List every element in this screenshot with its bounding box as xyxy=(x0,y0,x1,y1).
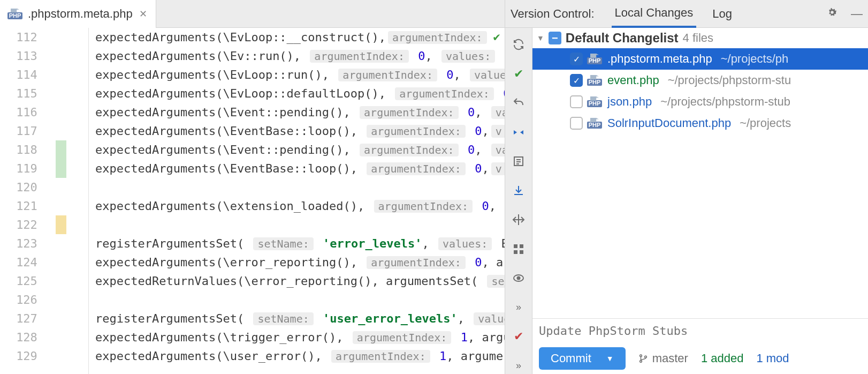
svg-point-7 xyxy=(639,355,642,357)
line-number: 117 xyxy=(0,122,54,140)
tab-log[interactable]: Log xyxy=(709,0,735,28)
line-number: 116 xyxy=(0,103,54,122)
line-number: 112 xyxy=(0,28,54,47)
svg-rect-1 xyxy=(514,244,517,248)
line-number: 126 xyxy=(0,290,54,309)
change-marker xyxy=(56,159,66,178)
file-name: event.php xyxy=(606,73,659,87)
partial-checkbox-icon[interactable]: − xyxy=(549,32,561,44)
change-marker xyxy=(56,215,66,234)
revert-icon[interactable] xyxy=(510,95,527,111)
code-area[interactable]: ✔ ✔ expectedArguments(\EvLoop::__constru… xyxy=(89,28,505,374)
close-tab-icon[interactable]: ✕ xyxy=(138,8,148,20)
chevron-down-icon[interactable]: ▼ xyxy=(606,354,614,363)
line-number: 113 xyxy=(0,47,54,65)
branch-indicator[interactable]: master xyxy=(638,351,688,365)
move-icon[interactable] xyxy=(510,212,527,228)
php-file-icon: PHP xyxy=(587,96,602,107)
php-file-icon: PHP xyxy=(7,9,22,19)
file-checkbox[interactable]: ✓ xyxy=(570,53,583,65)
line-number: 118 xyxy=(0,140,54,159)
file-path: ~/projects/ph xyxy=(717,52,789,66)
shelve-icon[interactable] xyxy=(510,183,527,199)
file-checkbox[interactable]: ✓ xyxy=(570,74,583,87)
changelist-icon[interactable] xyxy=(510,153,527,170)
line-number: 122 xyxy=(0,215,54,234)
file-name: .phpstorm.meta.php xyxy=(606,52,712,66)
commit-bar: Commit ▼ master 1 added 1 mod xyxy=(532,343,868,374)
tab-filename: .phpstorm.meta.php xyxy=(28,7,133,21)
code-line[interactable]: registerArgumentsSet( setName: 'user_err… xyxy=(95,309,505,328)
code-line[interactable]: expectedArguments(\Ev::run(), argumentIn… xyxy=(95,47,505,65)
changed-file-row[interactable]: ✓PHPevent.php~/projects/phpstorm-stu xyxy=(532,70,868,91)
line-number: 123 xyxy=(0,234,54,253)
code-line[interactable]: expectedArguments(\trigger_error(), argu… xyxy=(95,328,505,347)
php-file-icon: PHP xyxy=(587,54,602,64)
svg-rect-4 xyxy=(520,250,523,254)
commit-button[interactable]: Commit ▼ xyxy=(539,347,626,370)
changed-file-row[interactable]: ✓PHP.phpstorm.meta.php~/projects/ph xyxy=(532,48,868,70)
code-line[interactable]: expectedArguments(\EventBase::loop(), ar… xyxy=(95,159,505,178)
svg-point-6 xyxy=(517,277,520,280)
changed-file-row[interactable]: PHPjson.php~/projects/phpstorm-stub xyxy=(532,91,868,113)
collapse-icon[interactable]: ▼ xyxy=(537,34,544,42)
line-number: 115 xyxy=(0,84,54,103)
commit-message-input[interactable]: Update PhpStorm Stubs xyxy=(532,318,868,343)
code-line[interactable]: expectedArguments(\EventBase::loop(), ar… xyxy=(95,122,505,140)
code-line[interactable]: expectedArguments(\EvLoop::defaultLoop()… xyxy=(95,84,505,103)
line-number: 128 xyxy=(0,328,54,347)
branch-name: master xyxy=(652,351,688,365)
line-number: 127 xyxy=(0,309,54,328)
code-editor[interactable]: 1121131141151161171181191201211221231241… xyxy=(0,28,505,374)
code-line[interactable]: registerArgumentsSet( setName: 'error_le… xyxy=(95,234,505,253)
svg-rect-2 xyxy=(520,244,523,248)
code-line[interactable]: expectedArguments(\Event::pending(), arg… xyxy=(95,103,505,122)
tab-local-changes[interactable]: Local Changes xyxy=(612,0,697,28)
line-number: 119 xyxy=(0,159,54,178)
php-file-icon: PHP xyxy=(587,75,602,86)
vcs-changes-panel: ▼ − Default Changelist 4 files ✓PHP.phps… xyxy=(532,28,868,374)
code-line[interactable]: expectedReturnValues(\error_reporting(),… xyxy=(95,272,505,290)
commit-button-label: Commit xyxy=(551,351,591,365)
editor-gutter: 1121131141151161171181191201211221231241… xyxy=(0,28,89,374)
php-file-icon: PHP xyxy=(587,118,602,129)
line-number: 129 xyxy=(0,347,54,365)
vcs-header: Version Control: Local Changes Log — xyxy=(505,0,868,28)
changed-file-row[interactable]: PHPSolrInputDocument.php~/projects xyxy=(532,113,868,134)
diff-icon[interactable] xyxy=(510,124,527,141)
code-line[interactable]: expectedArguments(\EvLoop::__construct()… xyxy=(95,28,489,47)
commit-check-icon[interactable]: ✔ xyxy=(510,66,527,83)
gear-icon[interactable] xyxy=(826,6,838,21)
file-path: ~/projects xyxy=(735,116,791,130)
changelist-header[interactable]: ▼ − Default Changelist 4 files xyxy=(532,28,868,48)
stat-modified: 1 mod xyxy=(756,351,789,365)
preview-icon[interactable] xyxy=(510,270,527,287)
line-number: 120 xyxy=(0,178,54,197)
code-line[interactable]: expectedArguments(\error_reporting(), ar… xyxy=(95,253,505,272)
line-number: 121 xyxy=(0,197,54,215)
svg-rect-3 xyxy=(514,250,517,254)
more-icon[interactable]: » xyxy=(510,358,527,375)
changelist-name: Default Changelist xyxy=(566,31,679,46)
group-icon[interactable] xyxy=(510,241,527,258)
editor-tab[interactable]: PHP .phpstorm.meta.php ✕ xyxy=(0,0,156,28)
minimize-icon[interactable]: — xyxy=(851,7,863,21)
expand-icon[interactable]: » xyxy=(510,300,527,316)
refresh-icon[interactable] xyxy=(510,36,527,53)
change-marker xyxy=(56,140,66,159)
code-line[interactable]: expectedArguments(\Event::pending(), arg… xyxy=(95,140,505,159)
branch-icon xyxy=(638,353,648,364)
line-number: 114 xyxy=(0,65,54,84)
code-line[interactable]: expectedArguments(\user_error(), argumen… xyxy=(95,347,505,365)
vcs-title: Version Control: xyxy=(511,7,595,21)
file-checkbox[interactable] xyxy=(570,95,583,108)
todo-check-icon[interactable]: ✔ xyxy=(510,328,527,345)
svg-point-9 xyxy=(644,356,646,358)
check-icon: ✔ xyxy=(490,30,504,43)
file-checkbox[interactable] xyxy=(570,117,583,130)
svg-point-8 xyxy=(639,360,642,362)
vcs-toolbar: ✔ » ✔ » xyxy=(505,28,532,374)
code-line[interactable]: expectedArguments(\extension_loaded(), a… xyxy=(95,197,496,215)
code-line[interactable]: expectedArguments(\EvLoop::run(), argume… xyxy=(95,65,505,84)
line-number: 125 xyxy=(0,272,54,290)
